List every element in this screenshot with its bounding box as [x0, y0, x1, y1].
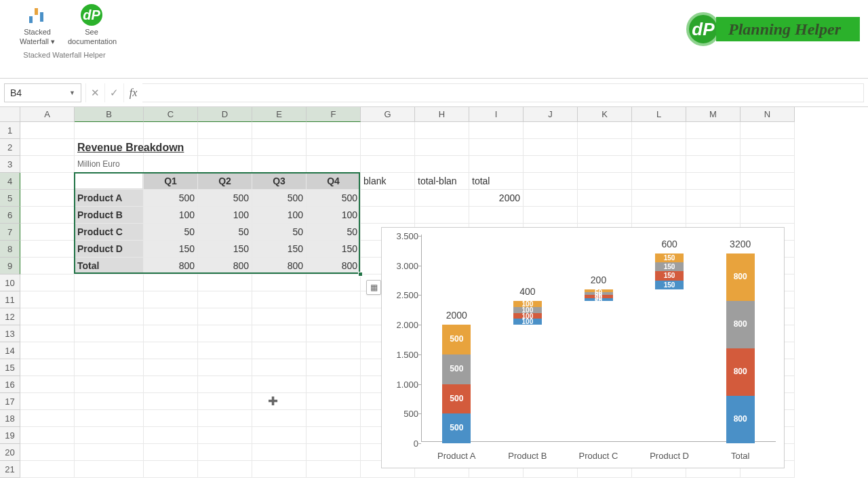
cell-F12[interactable]: [307, 308, 361, 325]
cell-L4[interactable]: [632, 173, 686, 190]
cell-A11[interactable]: [20, 291, 75, 308]
cell-B4[interactable]: [75, 173, 144, 190]
cell-C19[interactable]: [144, 427, 198, 444]
cell-C12[interactable]: [144, 308, 198, 325]
cell-I6[interactable]: [469, 207, 524, 224]
chart-segment[interactable]: 500: [442, 384, 471, 414]
cell-A1[interactable]: [20, 122, 75, 139]
column-header-K[interactable]: K: [578, 107, 632, 122]
cell-E18[interactable]: [252, 410, 307, 427]
cell-F20[interactable]: [307, 444, 361, 461]
cell-E13[interactable]: [252, 325, 307, 342]
cell-A6[interactable]: [20, 207, 75, 224]
cell-C15[interactable]: [144, 359, 198, 376]
cell-E21[interactable]: [252, 461, 307, 478]
cell-I2[interactable]: [469, 139, 524, 156]
cell-J6[interactable]: [524, 207, 578, 224]
cell-D7[interactable]: 50: [198, 224, 252, 241]
cell-C21[interactable]: [144, 461, 198, 478]
row-header-6[interactable]: 6: [0, 207, 20, 224]
cell-C18[interactable]: [144, 410, 198, 427]
cell-A14[interactable]: [20, 342, 75, 359]
row-header-8[interactable]: 8: [0, 241, 20, 258]
chart-segment[interactable]: 150: [655, 253, 684, 262]
cell-B17[interactable]: [75, 393, 144, 410]
cell-C6[interactable]: 100: [144, 207, 198, 224]
cell-A5[interactable]: [20, 190, 75, 207]
cell-A7[interactable]: [20, 224, 75, 241]
chart-segment[interactable]: 800: [726, 396, 755, 443]
column-header-D[interactable]: D: [198, 107, 252, 122]
row-header-3[interactable]: 3: [0, 156, 20, 173]
cell-F19[interactable]: [307, 427, 361, 444]
cell-F21[interactable]: [307, 461, 361, 478]
cell-D18[interactable]: [198, 410, 252, 427]
column-header-C[interactable]: C: [144, 107, 198, 122]
cell-D12[interactable]: [198, 308, 252, 325]
chart-segment[interactable]: 800: [726, 253, 755, 301]
cell-L5[interactable]: [632, 190, 686, 207]
cell-A16[interactable]: [20, 376, 75, 393]
cell-F4[interactable]: Q4: [307, 173, 361, 190]
cell-L3[interactable]: [632, 156, 686, 173]
quick-analysis-button[interactable]: ▦: [366, 280, 381, 295]
cell-J5[interactable]: [524, 190, 578, 207]
cell-F18[interactable]: [307, 410, 361, 427]
cell-E15[interactable]: [252, 359, 307, 376]
cell-A17[interactable]: [20, 393, 75, 410]
cell-C14[interactable]: [144, 342, 198, 359]
stacked-waterfall-chart[interactable]: 05001.0001.5002.0002.5003.0003.500500500…: [381, 227, 785, 468]
row-header-13[interactable]: 13: [0, 325, 20, 342]
cancel-formula-button[interactable]: ✕: [85, 83, 104, 102]
cell-J3[interactable]: [524, 156, 578, 173]
cell-K6[interactable]: [578, 207, 632, 224]
cell-E10[interactable]: [252, 274, 307, 291]
cell-C1[interactable]: [144, 122, 198, 139]
cell-A15[interactable]: [20, 359, 75, 376]
cell-F2[interactable]: [307, 139, 361, 156]
cell-E9[interactable]: 800: [252, 258, 307, 274]
cell-F14[interactable]: [307, 342, 361, 359]
cell-F9[interactable]: 800: [307, 258, 361, 274]
enter-formula-button[interactable]: ✓: [104, 83, 123, 102]
cell-D9[interactable]: 800: [198, 258, 252, 274]
cell-C13[interactable]: [144, 325, 198, 342]
column-header-M[interactable]: M: [686, 107, 741, 122]
row-header-2[interactable]: 2: [0, 139, 20, 156]
row-header-20[interactable]: 20: [0, 444, 20, 461]
row-header-17[interactable]: 17: [0, 393, 20, 410]
cell-B10[interactable]: [75, 274, 144, 291]
cell-K1[interactable]: [578, 122, 632, 139]
cell-H6[interactable]: [415, 207, 469, 224]
cell-M1[interactable]: [686, 122, 741, 139]
cell-D19[interactable]: [198, 427, 252, 444]
cell-N1[interactable]: [741, 122, 795, 139]
cell-E12[interactable]: [252, 308, 307, 325]
cell-F8[interactable]: 150: [307, 241, 361, 258]
cell-A19[interactable]: [20, 427, 75, 444]
chevron-down-icon[interactable]: ▼: [69, 89, 75, 96]
cell-D6[interactable]: 100: [198, 207, 252, 224]
column-header-N[interactable]: N: [741, 107, 795, 122]
select-all-cell[interactable]: [0, 107, 20, 122]
insert-function-button[interactable]: fx: [123, 83, 142, 102]
cell-C20[interactable]: [144, 444, 198, 461]
cell-E11[interactable]: [252, 291, 307, 308]
row-header-16[interactable]: 16: [0, 376, 20, 393]
cell-D11[interactable]: [198, 291, 252, 308]
cell-J2[interactable]: [524, 139, 578, 156]
cell-D15[interactable]: [198, 359, 252, 376]
chart-segment[interactable]: 100: [513, 301, 542, 307]
chart-segment[interactable]: 150: [655, 262, 684, 271]
chart-segment[interactable]: 800: [726, 301, 755, 348]
cell-B16[interactable]: [75, 376, 144, 393]
cell-B9[interactable]: Total: [75, 258, 144, 274]
cell-N2[interactable]: [741, 139, 795, 156]
cell-C4[interactable]: Q1: [144, 173, 198, 190]
cell-F10[interactable]: [307, 274, 361, 291]
cell-E17[interactable]: [252, 393, 307, 410]
cell-M6[interactable]: [686, 207, 741, 224]
column-header-F[interactable]: F: [307, 107, 361, 122]
cell-E19[interactable]: [252, 427, 307, 444]
cell-B7[interactable]: Product C: [75, 224, 144, 241]
